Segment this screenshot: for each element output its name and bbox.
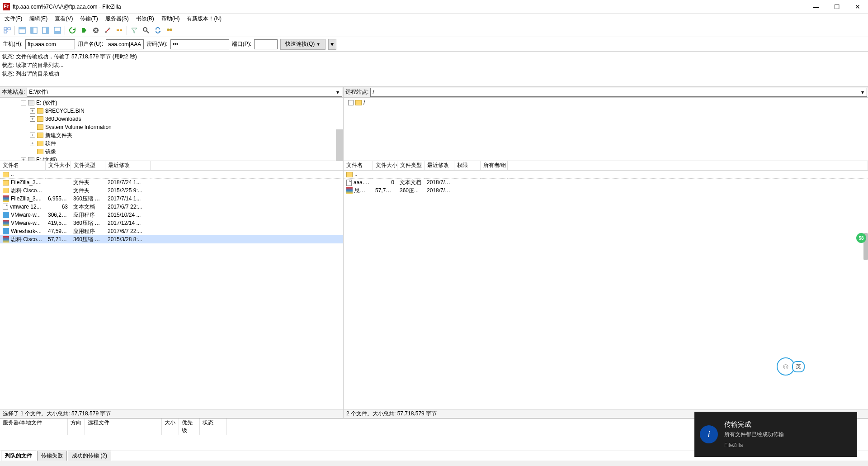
- menu-item[interactable]: 编辑(E): [27, 14, 50, 24]
- tree-node[interactable]: -/: [344, 99, 867, 107]
- cancel-button[interactable]: [90, 25, 101, 36]
- toggle-remote-tree-button[interactable]: [40, 25, 51, 36]
- expand-icon[interactable]: +: [30, 141, 35, 146]
- filter-button[interactable]: [129, 25, 140, 36]
- queue-tab[interactable]: 成功的传输 (2): [68, 451, 111, 461]
- scrollbar-thumb[interactable]: [336, 129, 343, 161]
- toggle-log-button[interactable]: [17, 25, 28, 36]
- collapse-icon[interactable]: -: [21, 100, 26, 105]
- queue-column-header[interactable]: 状态: [200, 418, 227, 435]
- refresh-button[interactable]: [67, 25, 78, 36]
- file-row[interactable]: ..: [0, 170, 343, 178]
- expand-icon[interactable]: +: [30, 116, 35, 122]
- message-log[interactable]: 状态: 文件传输成功，传输了 57,718,579 字节 (用时2 秒)状态: …: [0, 52, 868, 87]
- menu-item[interactable]: 服务器(S): [103, 14, 132, 24]
- tree-node[interactable]: +360Downloads: [1, 115, 342, 123]
- pass-input[interactable]: [170, 39, 229, 49]
- host-input[interactable]: [25, 39, 75, 49]
- remote-tree[interactable]: -/: [344, 98, 868, 161]
- file-row[interactable]: VMware-w...306,29...应用程序2015/10/24 ...: [0, 211, 343, 219]
- toggle-queue-button[interactable]: [52, 25, 63, 36]
- file-row[interactable]: FileZilla_3....文件夹2018/7/24 1...: [0, 178, 343, 186]
- process-queue-button[interactable]: [79, 25, 90, 36]
- svg-rect-2: [8, 28, 10, 30]
- queue-tab[interactable]: 传输失败: [37, 451, 67, 461]
- column-header[interactable]: 文件大小: [45, 161, 71, 170]
- tree-node[interactable]: +软件: [1, 139, 342, 147]
- sync-browse-button[interactable]: [152, 25, 163, 36]
- tree-node[interactable]: -E: (软件): [1, 99, 342, 107]
- toggle-local-tree-button[interactable]: [28, 25, 39, 36]
- svg-rect-6: [31, 27, 33, 33]
- queue-column-header[interactable]: 服务器/本地文件: [0, 418, 68, 435]
- file-icon: [346, 180, 352, 186]
- file-row[interactable]: Wireshark-...47,590,...应用程序2017/6/7 22:.…: [0, 227, 343, 235]
- expand-icon[interactable]: +: [30, 108, 35, 114]
- file-row[interactable]: ..: [344, 170, 868, 178]
- menu-item[interactable]: 传输(T): [77, 14, 100, 24]
- local-tree[interactable]: -E: (软件)+$RECYCLE.BIN+360DownloadsSystem…: [0, 98, 343, 161]
- user-input[interactable]: [106, 39, 144, 49]
- column-header[interactable]: 文件类型: [71, 161, 105, 170]
- tree-node[interactable]: +F: (文档): [1, 156, 342, 161]
- ime-lang-label: 英: [792, 361, 805, 372]
- tree-label: 镜像: [45, 148, 56, 156]
- app-icon: Fz: [3, 3, 10, 10]
- tree-node[interactable]: System Volume Information: [1, 123, 342, 131]
- column-header[interactable]: 权限: [454, 161, 480, 170]
- column-header[interactable]: 最近修改: [424, 161, 454, 170]
- expand-icon[interactable]: +: [30, 133, 35, 138]
- quick-connect-button[interactable]: 快速连接(Q) ▼: [280, 39, 326, 50]
- floating-badge[interactable]: 58: [856, 233, 866, 243]
- menubar: 文件(F)编辑(E)查看(V)传输(T)服务器(S)书签(B)帮助(H)有新版本…: [0, 14, 868, 24]
- drive-icon: [28, 100, 34, 105]
- minimize-button[interactable]: —: [806, 0, 826, 14]
- close-button[interactable]: ✕: [847, 0, 868, 14]
- disconnect-button[interactable]: [102, 25, 113, 36]
- quick-connect-history-button[interactable]: ▼: [328, 39, 336, 50]
- menu-item[interactable]: 文件(F): [2, 14, 25, 24]
- folder-icon: [37, 124, 43, 130]
- tree-node[interactable]: 镜像: [1, 147, 342, 156]
- tree-node[interactable]: +$RECYCLE.BIN: [1, 107, 342, 115]
- site-manager-button[interactable]: [2, 25, 13, 36]
- compare-button[interactable]: [141, 25, 151, 36]
- column-header[interactable]: 文件大小: [373, 161, 397, 170]
- queue-tab[interactable]: 列队的文件: [1, 451, 36, 461]
- column-header[interactable]: 最近修改: [105, 161, 150, 170]
- local-file-list[interactable]: 文件名文件大小文件类型最近修改..FileZilla_3....文件夹2018/…: [0, 161, 343, 409]
- search-button[interactable]: [164, 25, 175, 36]
- queue-column-header[interactable]: 远程文件: [85, 418, 162, 435]
- port-input[interactable]: [254, 39, 278, 49]
- expand-icon[interactable]: +: [21, 157, 26, 161]
- folder-icon: [37, 141, 43, 146]
- file-row[interactable]: VMware-w...419,53...360压缩 R...2017/12/14…: [0, 219, 343, 227]
- queue-column-header[interactable]: 大小: [162, 418, 179, 435]
- menu-item[interactable]: 帮助(H): [159, 14, 183, 24]
- column-header[interactable]: 所有者/组: [480, 161, 507, 170]
- maximize-button[interactable]: ☐: [826, 0, 847, 14]
- notification-toast[interactable]: i 传输完成 所有文件都已经成功传输 FileZilla: [694, 412, 857, 457]
- queue-column-header[interactable]: 方向: [68, 418, 85, 435]
- ime-indicator[interactable]: ☺ 英: [777, 357, 805, 376]
- file-row[interactable]: vmware 12...63文本文档2017/6/7 22:...: [0, 203, 343, 211]
- file-row[interactable]: aaa.txt0文本文档2018/7/24...: [344, 178, 868, 186]
- menu-item[interactable]: 书签(B): [133, 14, 157, 24]
- remote-path-combo[interactable]: /▾: [370, 88, 867, 97]
- column-header[interactable]: 文件类型: [397, 161, 424, 170]
- file-row[interactable]: FileZilla_3....6,955,1...360压缩 R...2017/…: [0, 195, 343, 203]
- menu-item[interactable]: 查看(V): [52, 14, 75, 24]
- column-header[interactable]: 文件名: [0, 161, 45, 170]
- file-row[interactable]: 思科 Cisco ...文件夹2015/2/25 9:...: [0, 186, 343, 195]
- queue-column-header[interactable]: 优先级: [179, 418, 200, 435]
- local-path-combo[interactable]: E:\软件\▾: [27, 88, 342, 97]
- file-row[interactable]: 思科 ...57,718...360压...2018/7/29...: [344, 186, 868, 195]
- tree-node[interactable]: +新建文件夹: [1, 131, 342, 139]
- spacer: [30, 149, 35, 154]
- column-header[interactable]: 文件名: [344, 161, 373, 170]
- menu-item[interactable]: 有新版本！(N): [184, 14, 224, 24]
- file-row[interactable]: 思科 Cisco ...57,718,...360压缩 R...2015/3/2…: [0, 235, 343, 243]
- collapse-icon[interactable]: -: [348, 100, 354, 105]
- reconnect-button[interactable]: [114, 25, 125, 36]
- host-label: 主机(H):: [3, 40, 23, 48]
